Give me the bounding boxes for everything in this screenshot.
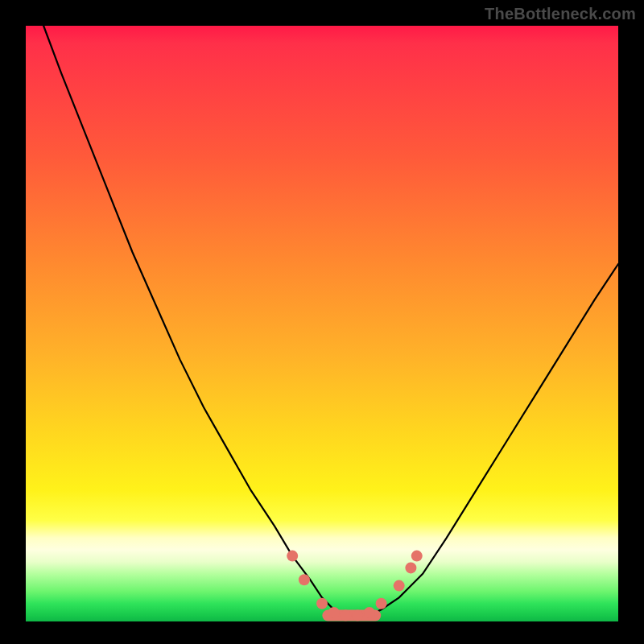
trough-marker xyxy=(287,551,298,562)
trough-markers xyxy=(287,551,423,621)
curve-layer xyxy=(26,26,618,621)
bottleneck-curve xyxy=(43,26,618,616)
trough-marker xyxy=(299,574,310,585)
trough-marker xyxy=(364,607,375,618)
trough-marker xyxy=(394,580,405,592)
trough-marker xyxy=(411,551,423,562)
trough-marker xyxy=(340,610,351,621)
trough-marker xyxy=(316,598,328,609)
trough-marker xyxy=(405,562,416,573)
trough-marker xyxy=(328,607,340,618)
plot-area xyxy=(26,26,618,621)
trough-marker xyxy=(376,598,387,609)
trough-marker xyxy=(352,610,363,621)
outer-frame: TheBottleneck.com xyxy=(0,0,644,644)
watermark-text: TheBottleneck.com xyxy=(485,5,636,23)
